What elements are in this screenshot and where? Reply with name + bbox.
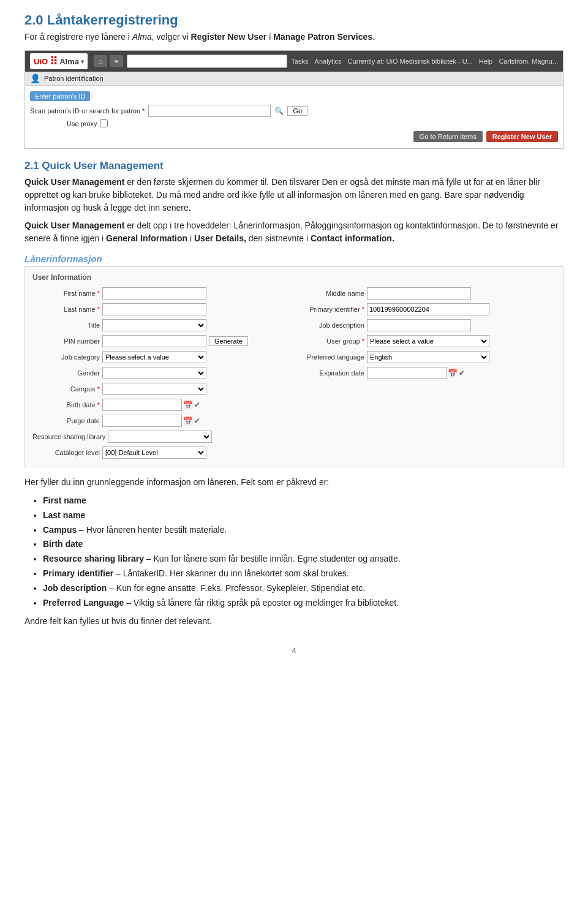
uio-text: UiO — [34, 57, 48, 66]
firstname-input[interactable] — [102, 287, 206, 300]
jobdesc-input[interactable] — [367, 319, 471, 331]
user-nav[interactable]: Carlström, Magnu... — [499, 58, 558, 65]
section21-para2: Quick User Management er delt opp i tre … — [24, 219, 564, 245]
purgedate-date-row: 📅 ✔ — [102, 415, 200, 427]
form-row-firstname: First name — [32, 287, 291, 300]
patron-icon: 👤 — [30, 73, 40, 83]
form-row-lastname: Last name — [32, 303, 291, 316]
list-item-firstname: First name — [43, 494, 564, 508]
alma-brand-name: Alma — [59, 57, 79, 66]
campus-label: Campus — [32, 385, 100, 393]
preferredlang-label: Preferred language — [297, 353, 364, 361]
catalogerlevel-label: Cataloger level — [32, 449, 100, 456]
scan-row: Scan patron's ID or search for patron * … — [30, 105, 558, 117]
form-left-half: First name Last name Title PIN number Ge… — [32, 287, 291, 459]
purgedate-input[interactable] — [102, 415, 182, 427]
scan-input[interactable] — [148, 105, 271, 117]
expirationdate-input[interactable] — [367, 367, 447, 379]
purgedate-calendar-icon[interactable]: 📅 — [183, 416, 193, 426]
use-proxy-label: Use proxy — [67, 120, 97, 127]
help-nav[interactable]: Help — [479, 58, 493, 65]
form-row-campus: Campus — [32, 382, 291, 396]
list-item-birthdate: Birth date — [43, 537, 564, 552]
generate-button[interactable]: Generate — [209, 336, 248, 346]
form-row-jobcategory: Job category Please select a value — [32, 350, 291, 364]
pin-label: PIN number — [32, 337, 100, 345]
main-heading: 2.0 Låntakerregistrering — [24, 12, 564, 28]
bullet-list: First name Last name Campus – Hvor låner… — [43, 494, 564, 610]
gender-select[interactable] — [102, 367, 206, 379]
expirationdate-calendar-icon[interactable]: 📅 — [448, 369, 458, 378]
intro-paragraph: For å registrere nye lånere i Alma, velg… — [24, 32, 564, 42]
resourcesharing-label: Resource sharing library — [32, 433, 105, 440]
form-row-expirationdate: Expiration date 📅 ✔ — [297, 366, 556, 380]
list-item-preferredlang: Preferred Language – Viktig så lånere få… — [43, 596, 564, 611]
search-input[interactable] — [130, 58, 285, 65]
title-select[interactable] — [102, 319, 206, 331]
form-row-birthdate: Birth date 📅 ✔ — [32, 398, 291, 412]
resourcesharing-select[interactable] — [108, 431, 212, 443]
catalogerlevel-select[interactable]: [00] Default Level — [102, 446, 206, 459]
alma-brand-dots: ⠿ — [50, 55, 58, 68]
lastname-label: Last name — [32, 306, 100, 313]
form-row-usergroup: User group Please select a value — [297, 334, 556, 348]
campus-select[interactable] — [102, 383, 206, 395]
alma-logo: UiO ⠿ Alma ▾ — [30, 53, 88, 69]
form-row-resourcesharing: Resource sharing library — [32, 430, 291, 443]
form-row-title: Title — [32, 318, 291, 332]
alma-brand-arrow: ▾ — [81, 58, 84, 65]
usergroup-label: User group — [297, 337, 364, 345]
search-icon: 🔍 — [274, 107, 284, 115]
list-item-campus: Campus – Hvor låneren henter bestilt mat… — [43, 523, 564, 538]
purgedate-check-icon: ✔ — [194, 416, 200, 425]
jobcategory-label: Job category — [32, 353, 100, 361]
form-row-purgedate: Purge date 📅 ✔ — [32, 414, 291, 428]
list-item-lastname: Last name — [43, 508, 564, 523]
purgedate-label: Purge date — [32, 417, 100, 424]
alma-body: Enter patron's ID Scan patron's ID or se… — [25, 86, 563, 148]
list-icon[interactable]: ≡ — [110, 55, 123, 67]
birthdate-label: Birth date — [32, 401, 100, 409]
currently-at-nav[interactable]: Currently at: UiO Medisinsk bibliotek - … — [348, 58, 473, 65]
go-button[interactable]: Go — [287, 106, 307, 116]
search-bar[interactable] — [127, 55, 288, 68]
list-item-primaryid: Primary identifier – LåntakerID. Her ska… — [43, 567, 564, 581]
title-label: Title — [32, 322, 100, 329]
form-row-primaryid: Primary identifier — [297, 303, 556, 316]
lastname-input[interactable] — [102, 303, 206, 315]
use-proxy-row: Use proxy — [67, 119, 558, 127]
scan-label: Scan patron's ID or search for patron * — [30, 107, 145, 115]
form-row-pin: PIN number Generate — [32, 334, 291, 348]
body-intro: Her fyller du inn grunnleggende informas… — [24, 476, 564, 489]
page-number: 4 — [24, 646, 564, 655]
enter-patron-btn[interactable]: Enter patron's ID — [30, 91, 90, 101]
birthdate-input[interactable] — [102, 399, 182, 411]
action-row: Go to Return Items Register New User — [30, 131, 558, 142]
use-proxy-checkbox[interactable] — [100, 119, 108, 127]
jobcategory-select[interactable]: Please select a value — [102, 351, 206, 363]
body-footer: Andre felt kan fylles ut hvis du finner … — [24, 615, 564, 628]
analytics-nav[interactable]: Analytics — [315, 58, 342, 65]
middlename-input[interactable] — [367, 287, 471, 300]
alma-ui-screenshot: UiO ⠿ Alma ▾ ⌂ ≡ Tasks Analytics Current… — [24, 50, 564, 149]
goto-return-button[interactable]: Go to Return Items — [413, 131, 483, 142]
primaryid-input[interactable] — [367, 303, 489, 315]
gender-label: Gender — [32, 369, 100, 377]
pin-input[interactable] — [102, 335, 206, 347]
topbar-right: Tasks Analytics Currently at: UiO Medisi… — [291, 58, 558, 65]
laanerinformasjon-heading: Lånerinformasjon — [24, 254, 564, 264]
tasks-nav[interactable]: Tasks — [291, 58, 308, 65]
form-row-preferredlang: Preferred language English — [297, 350, 556, 364]
expirationdate-date-row: 📅 ✔ — [367, 367, 465, 379]
register-new-button[interactable]: Register New User — [486, 131, 558, 142]
birthdate-calendar-icon[interactable]: 📅 — [183, 401, 193, 410]
jobdesc-label: Job description — [297, 322, 364, 329]
user-information-form: User Information First name Last name Ti… — [24, 266, 564, 467]
preferredlang-select[interactable]: English — [367, 351, 489, 363]
form-row-catalogerlevel: Cataloger level [00] Default Level — [32, 446, 291, 459]
birthdate-date-row: 📅 ✔ — [102, 399, 200, 411]
middlename-label: Middle name — [297, 290, 364, 297]
alma-topbar-icons: ⌂ ≡ — [94, 55, 123, 67]
home-icon[interactable]: ⌂ — [94, 55, 107, 67]
usergroup-select[interactable]: Please select a value — [367, 335, 489, 347]
